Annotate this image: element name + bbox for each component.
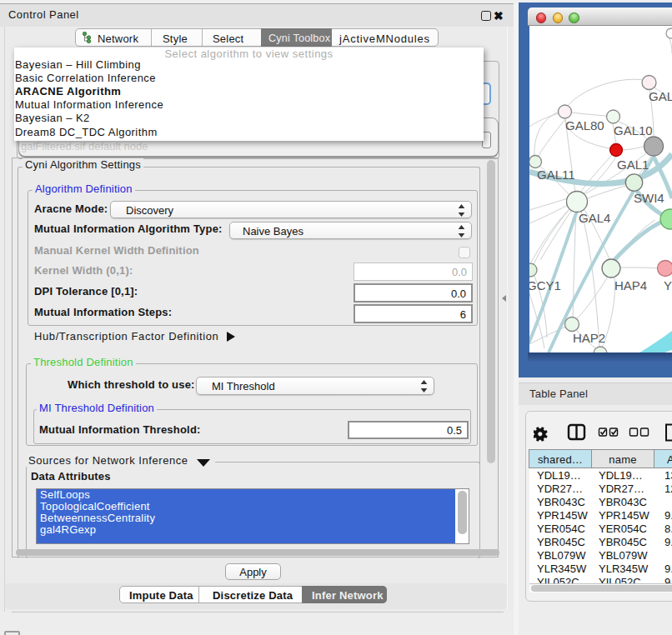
svg-text:GAL7: GAL7 [649,89,672,103]
svg-text:GAL4: GAL4 [579,211,610,225]
svg-text:HAP4: HAP4 [614,278,647,292]
svg-text:SWI4: SWI4 [634,191,664,205]
svg-text:GAL80: GAL80 [565,118,604,132]
svg-text:GAL1: GAL1 [617,158,649,172]
svg-text:GCY1: GCY1 [529,278,561,292]
svg-text:GAL10: GAL10 [614,123,653,138]
svg-text:HAP2: HAP2 [573,331,605,345]
svg-text:YE: YE [664,278,672,292]
svg-text:GAL11: GAL11 [537,168,575,182]
